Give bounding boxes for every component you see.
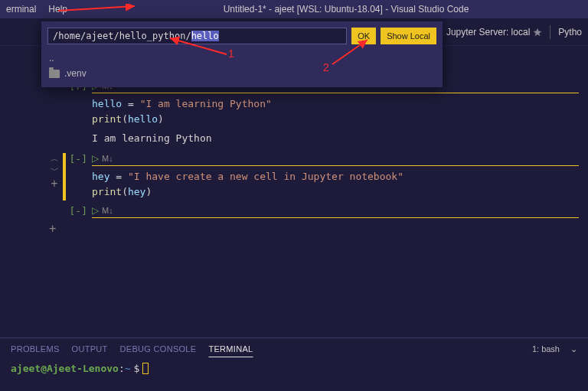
parent-dir-label: .. [49, 53, 54, 64]
add-cell-button[interactable]: + [51, 178, 57, 190]
jupyter-server-status[interactable]: Jupyter Server: local [446, 27, 542, 37]
bottom-panel: PROBLEMS OUTPUT DEBUG CONSOLE TERMINAL 1… [0, 337, 588, 391]
folder-icon [49, 70, 60, 78]
tab-problems[interactable]: PROBLEMS [11, 344, 60, 354]
terminal-selector[interactable]: 1: bash [532, 344, 560, 354]
tab-terminal[interactable]: TERMINAL [208, 344, 253, 354]
parent-dir-item[interactable]: .. [47, 51, 436, 66]
window-title: Untitled-1* - ajeet [WSL: Ubuntu-18.04] … [74, 4, 588, 15]
tab-output[interactable]: OUTPUT [72, 344, 108, 354]
terminal-path: ~ [125, 363, 131, 374]
cell[interactable]: [7] ▷ M↓ hello = "I am learning Python" … [0, 78, 588, 151]
save-dialog[interactable]: /home/ajeet/hello_python/hello OK Show L… [41, 21, 443, 87]
kernel-label[interactable]: Pytho [558, 27, 582, 37]
menu-terminal[interactable]: erminal [0, 4, 42, 15]
path-input[interactable]: /home/ajeet/hello_python/hello [47, 28, 347, 44]
folder-item[interactable]: .venv [47, 66, 436, 81]
move-cell-down[interactable]: ﹀ [51, 166, 59, 174]
code-content[interactable]: hey = "I have create a new cell in Jupyt… [92, 168, 579, 200]
terminal-body[interactable]: ajeet@Ajeet-Lenovo:~$ [0, 360, 588, 377]
terminal-host: Ajeet-Lenovo [47, 363, 119, 374]
run-cell-button[interactable]: ▷ [92, 205, 99, 216]
markdown-toggle[interactable]: M↓ [102, 154, 113, 163]
menu-help[interactable]: Help [42, 4, 74, 15]
folder-label: .venv [64, 68, 87, 79]
show-local-button[interactable]: Show Local [381, 28, 436, 44]
annotation-label-1: 1 [228, 47, 234, 60]
titlebar: erminal Help Untitled-1* - ajeet [WSL: U… [0, 0, 588, 18]
cell-output: I am learning Python [92, 128, 579, 148]
terminal-user: ajeet [11, 363, 41, 374]
path-selection: hello [191, 31, 219, 41]
jupyter-server-label: Jupyter Server: local [446, 27, 530, 37]
ok-button[interactable]: OK [351, 28, 376, 44]
exec-count: [-] [66, 153, 92, 165]
terminal-prompt: $ [134, 363, 140, 374]
code-content[interactable]: hello = "I am learning Python" print(hel… [92, 95, 579, 128]
cell[interactable]: ︿ ﹀ + [-] ▷ M↓ hey = "I have create a ne… [0, 151, 588, 203]
markdown-toggle[interactable]: M↓ [102, 206, 113, 215]
annotation-label-2: 2 [323, 61, 329, 73]
move-cell-up[interactable]: ︿ [51, 155, 59, 163]
add-cell-button[interactable]: + [49, 222, 56, 236]
exec-count: [-] [66, 205, 92, 217]
run-cell-button[interactable]: ▷ [92, 153, 99, 164]
notebook-editor: [7] ▷ M↓ hello = "I am learning Python" … [0, 46, 588, 337]
terminal-cursor-icon [142, 363, 149, 374]
cell[interactable]: [-] ▷ M↓ [0, 203, 588, 222]
chevron-down-icon[interactable]: ⌄ [570, 344, 577, 354]
connect-icon [533, 28, 542, 37]
path-prefix: /home/ajeet/hello_python/ [53, 31, 191, 41]
tab-debug-console[interactable]: DEBUG CONSOLE [120, 344, 197, 354]
toolbar-divider [550, 25, 550, 39]
